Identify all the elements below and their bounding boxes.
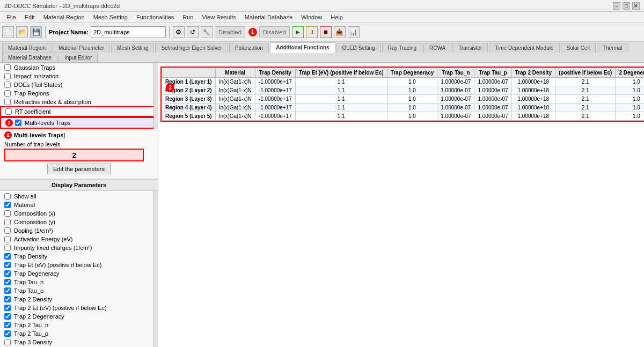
stop-button[interactable]: ⏹ (320, 26, 332, 38)
tab-polarization[interactable]: Polarization (229, 43, 269, 53)
cell-trap-deg[interactable]: 1.0 (387, 95, 437, 104)
cell-trap-tau-p[interactable]: 1.00000e-07 (474, 78, 511, 86)
display-doping[interactable]: Doping (1/cm³) (0, 226, 158, 235)
checkbox-rt-input[interactable] (5, 108, 12, 115)
tab-mesh-setting[interactable]: Mesh Setting (111, 43, 154, 53)
table-row[interactable]: Region 2 (Layer 2) In(x)Ga(1-x)N -1.0000… (162, 86, 645, 95)
minimize-button[interactable]: ─ (613, 2, 620, 10)
tab-schrodinger[interactable]: Schrodinger Eigen Solver (155, 43, 228, 53)
display-material[interactable]: Material (0, 201, 158, 209)
display-comp-y[interactable]: Composition (y) (0, 218, 158, 226)
table-row[interactable]: Region 3 (Layer 3) In(x)Ga(1-x)N -1.0000… (162, 95, 645, 104)
cell-trap-density[interactable]: -1.00000e+17 (255, 78, 295, 86)
checkbox-refractive-input[interactable] (4, 99, 11, 105)
display-trap2-deg[interactable]: Trap 2 Degeneracy (0, 312, 158, 321)
checkbox-gaussian-traps-input[interactable] (4, 64, 11, 71)
cell-trap-tau-n[interactable]: 1.00000e-07 (437, 95, 474, 104)
scrollbar-display[interactable] (153, 191, 158, 347)
edit-params-button[interactable]: Edit the parameters (47, 164, 111, 174)
cell-trap-density[interactable]: -1.00000e+17 (255, 104, 295, 112)
display-trap-tau-p-input[interactable] (4, 287, 11, 294)
display-trap2-deg-input[interactable] (4, 313, 11, 320)
display-comp-x-input[interactable] (4, 210, 11, 217)
display-trap2-tau-p-input[interactable] (4, 330, 11, 337)
cell-trap-tau-n[interactable]: 1.00000e-07 (437, 112, 474, 121)
display-impurity-input[interactable] (4, 245, 11, 251)
menu-window[interactable]: Window (297, 13, 326, 21)
display-activation-input[interactable] (4, 236, 11, 242)
display-comp-y-input[interactable] (4, 219, 11, 225)
display-show-all-input[interactable] (4, 193, 11, 200)
display-trap2-et[interactable]: Trap 2 Et (eV) (positive if below Ec) (0, 304, 158, 312)
display-trap-tau-n-input[interactable] (4, 279, 11, 285)
play-button[interactable]: ▶ (292, 26, 304, 38)
cell-trap-tau-p[interactable]: 1.00000e-07 (474, 104, 511, 112)
display-trap-et-input[interactable] (4, 262, 11, 268)
display-trap2-tau-n-input[interactable] (4, 322, 11, 328)
close-button[interactable]: ✕ (632, 2, 640, 10)
pause-button[interactable]: ⏸ (306, 26, 318, 38)
tab-thermal[interactable]: Thermal (597, 43, 628, 53)
tab-input-editor[interactable]: Input Editor (58, 53, 98, 62)
maximize-button[interactable]: □ (623, 2, 630, 10)
cell-trap-deg[interactable]: 1.0 (387, 104, 437, 112)
display-trap2-tau-p[interactable]: Trap 2 Tau_p (0, 329, 158, 338)
checkbox-impact-ionization[interactable]: Impact Ionization (0, 72, 158, 80)
checkbox-trap-regions[interactable]: Trap Regions (0, 89, 158, 98)
checkbox-does[interactable]: DOEs (Tail States) (0, 80, 158, 89)
cell-trap2-density[interactable]: 1.00000e+18 (511, 95, 555, 104)
display-trap-density[interactable]: Trap Density (0, 252, 158, 261)
cell-trap2-et[interactable]: 2.1 (555, 86, 615, 95)
checkbox-does-input[interactable] (4, 82, 11, 88)
cell-trap2-density[interactable]: 1.00000e+18 (511, 86, 555, 95)
export-button[interactable]: 📤 (334, 26, 346, 38)
cell-trap2-deg[interactable]: 1.0 (616, 104, 644, 112)
checkbox-trap-regions-input[interactable] (4, 90, 11, 97)
chart-icon-button[interactable]: 📊 (348, 26, 360, 38)
trap-count-input[interactable] (4, 149, 144, 161)
display-trap2-tau-n[interactable]: Trap 2 Tau_n (0, 321, 158, 329)
disabled-button-2[interactable]: Disabled (259, 26, 290, 38)
tab-transistor[interactable]: Transistor (452, 43, 488, 53)
refresh-button[interactable]: ↺ (187, 26, 199, 38)
display-show-all[interactable]: Show all (0, 192, 158, 201)
menu-help[interactable]: Help (326, 13, 347, 21)
display-trap2-density-input[interactable] (4, 296, 11, 302)
open-file-button[interactable]: 📂 (16, 26, 28, 38)
cell-trap2-et[interactable]: 2.1 (555, 112, 615, 121)
checkbox-gaussian-traps[interactable]: Gaussian Traps (0, 63, 158, 72)
display-comp-x[interactable]: Composition (x) (0, 209, 158, 218)
table-row[interactable]: Region 4 (Layer 4) In(x)Ga(1-x)N -1.0000… (162, 104, 645, 112)
settings-icon-button[interactable]: ⚙ (173, 26, 185, 38)
checkbox-impact-input[interactable] (4, 73, 11, 79)
menu-view-results[interactable]: View Results (197, 13, 240, 21)
display-trap3-density[interactable]: Trap 3 Density (0, 338, 158, 346)
cell-trap2-et[interactable]: 2.1 (555, 78, 615, 86)
checkbox-multi-traps-input[interactable] (15, 120, 21, 126)
display-trap-et[interactable]: Trap Et (eV) (positive if below Ec) (0, 261, 158, 269)
tab-material-parameter[interactable]: Material Parameter (53, 43, 110, 53)
tab-material-region[interactable]: Material Region (2, 43, 52, 53)
cell-trap2-et[interactable]: 2.1 (555, 95, 615, 104)
project-name-input[interactable] (91, 26, 166, 38)
save-file-button[interactable]: 💾 (30, 26, 42, 38)
display-trap3-density-input[interactable] (4, 339, 11, 345)
menu-material-region[interactable]: Material Region (39, 13, 89, 21)
tab-oled[interactable]: OLED Setting (336, 43, 381, 53)
cell-trap-density[interactable]: -1.00000e+17 (255, 95, 295, 104)
cell-trap2-deg[interactable]: 1.0 (616, 112, 644, 121)
cell-trap-deg[interactable]: 1.0 (387, 112, 437, 121)
cell-trap-et[interactable]: 1.1 (295, 104, 387, 112)
menu-edit[interactable]: Edit (20, 13, 39, 21)
checkbox-rt[interactable]: RT coefficient (0, 106, 158, 117)
menu-mesh-setting[interactable]: Mesh Setting (89, 13, 132, 21)
new-file-button[interactable]: 📄 (2, 26, 14, 38)
tab-additional-functions[interactable]: Additional Functions (270, 42, 335, 53)
display-material-input[interactable] (4, 202, 11, 208)
checkbox-refractive[interactable]: Refractive index & absorption (0, 98, 158, 106)
display-trap-deg-input[interactable] (4, 270, 11, 277)
cell-trap-tau-p[interactable]: 1.00000e-07 (474, 95, 511, 104)
cell-trap-tau-n[interactable]: 1.00000e-07 (437, 78, 474, 86)
cell-trap-deg[interactable]: 1.0 (387, 86, 437, 95)
gear2-button[interactable]: 🔧 (201, 26, 213, 38)
